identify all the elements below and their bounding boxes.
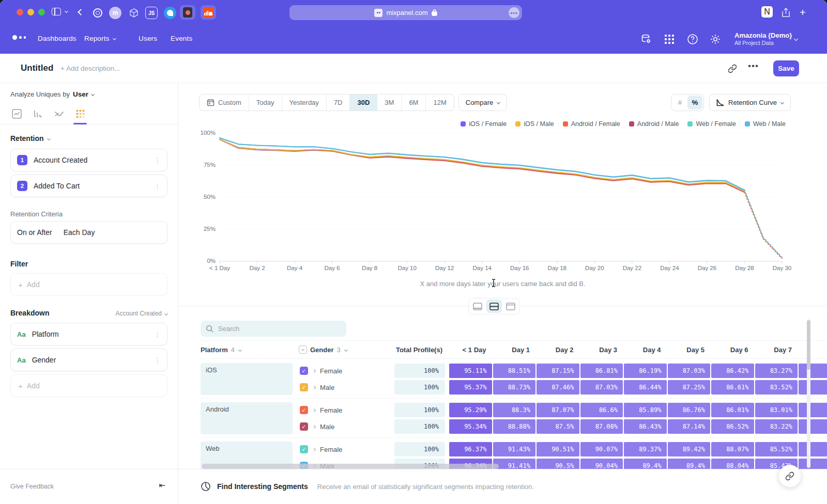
notion-extension-icon[interactable]: N [761, 6, 773, 18]
breakdown-platform[interactable]: Aa Platform ⋮ [10, 323, 167, 345]
nav-users[interactable]: Users [139, 35, 157, 42]
chart-type-dropdown[interactable]: Retention Curve [709, 94, 791, 111]
sidebar-toggle-icon[interactable] [52, 8, 61, 15]
range-option-3m[interactable]: 3M [377, 94, 401, 111]
extension-js-icon[interactable]: JS [145, 7, 158, 19]
new-tab-icon[interactable]: + [797, 6, 809, 19]
analyze-entity-dropdown[interactable]: User [73, 90, 94, 98]
legend-item[interactable]: iOS / Male [515, 120, 554, 128]
retention-section-header[interactable]: Retention [10, 134, 50, 143]
add-filter-button[interactable]: +Add [10, 273, 167, 296]
page-actions-icon[interactable]: ••• [509, 7, 519, 18]
series-checkbox[interactable]: ✓ [300, 406, 308, 414]
breakdown-scope-dropdown[interactable]: Account Created [116, 310, 167, 317]
select-all-checkbox[interactable]: – [299, 345, 307, 354]
segments-title[interactable]: Find Interesting Segments [217, 482, 308, 491]
share-link-button[interactable] [778, 465, 801, 487]
breakdown-gender[interactable]: Aa Gender ⋮ [10, 349, 167, 371]
extension-m-avatar-icon[interactable]: m [109, 7, 121, 19]
range-option-today[interactable]: Today [249, 94, 282, 111]
data-management-icon[interactable] [640, 33, 652, 45]
collapse-sidebar-icon[interactable]: ⇤ [159, 481, 165, 490]
unit-absolute-option[interactable]: # [672, 96, 687, 109]
share-icon[interactable] [779, 6, 792, 19]
expand-row-icon[interactable] [312, 369, 316, 372]
legend-item[interactable]: iOS / Female [461, 120, 507, 128]
kebab-menu-icon[interactable]: ⋮ [154, 356, 161, 364]
expand-row-icon[interactable] [312, 424, 316, 428]
zoom-window-button[interactable] [38, 9, 45, 15]
retention-step-2[interactable]: 2 Added To Cart ⋮ [10, 175, 167, 197]
table-search-input[interactable]: Search [201, 321, 346, 337]
extension-cube-icon[interactable] [127, 6, 141, 20]
range-option-12m[interactable]: 12M [425, 94, 453, 111]
range-option-30d[interactable]: 30D [349, 94, 377, 111]
expand-row-icon[interactable] [312, 447, 316, 451]
unit-percent-option[interactable]: % [687, 96, 702, 109]
series-checkbox[interactable]: ✓ [300, 383, 308, 391]
nav-reports[interactable]: Reports [84, 35, 116, 42]
retention-criteria-card[interactable]: On or After Each Day [10, 221, 167, 244]
report-title[interactable]: Untitled [21, 63, 53, 73]
tab-retention-icon[interactable] [74, 107, 86, 120]
table-row[interactable]: ✓Female [299, 402, 394, 418]
series-checkbox[interactable]: ✓ [300, 422, 308, 431]
minimize-window-button[interactable] [27, 9, 34, 15]
table-row[interactable]: ✓Female [299, 442, 394, 457]
kebab-menu-icon[interactable]: ⋮ [154, 156, 161, 164]
apps-grid-icon[interactable] [663, 33, 676, 45]
extension-soundcloud-icon[interactable] [201, 5, 216, 20]
tab-funnels-icon[interactable] [32, 107, 44, 120]
view-split-icon[interactable] [486, 300, 502, 313]
legend-item[interactable]: Android / Male [629, 120, 679, 128]
retention-step-1[interactable]: 1 Account Created ⋮ [10, 149, 167, 171]
give-feedback-link[interactable]: Give Feedback [10, 483, 54, 490]
legend-item[interactable]: Web / Female [687, 120, 736, 128]
help-icon[interactable] [686, 33, 699, 45]
series-checkbox[interactable]: ✓ [300, 367, 308, 375]
account-switcher[interactable]: Amazonia {Demo} All Project Data [734, 32, 792, 47]
table-row[interactable]: ✓Female [299, 363, 394, 379]
save-button[interactable]: Save [773, 60, 799, 76]
retention-cell: 91.41% [493, 459, 536, 469]
tab-list-chevron-icon[interactable] [65, 9, 68, 13]
kebab-menu-icon[interactable]: ⋮ [154, 330, 161, 338]
expand-row-icon[interactable] [312, 385, 316, 389]
report-description-placeholder[interactable]: + Add description... [60, 65, 120, 72]
address-bar[interactable]: mixpanel.com ••• [289, 5, 522, 20]
criteria-mode[interactable]: On or After [17, 228, 52, 237]
range-option-custom[interactable]: Custom [200, 94, 249, 111]
mixpanel-logo-icon[interactable] [12, 35, 26, 40]
compare-button[interactable]: Compare [458, 94, 507, 111]
copy-link-icon[interactable] [728, 64, 737, 73]
legend-item[interactable]: Android / Female [563, 120, 620, 128]
tab-flows-icon[interactable] [53, 107, 65, 120]
expand-row-icon[interactable] [312, 408, 316, 412]
extension-target-icon[interactable] [91, 6, 104, 20]
kebab-menu-icon[interactable]: ⋮ [154, 182, 161, 190]
range-option-7d[interactable]: 7D [326, 94, 350, 111]
column-header-platform[interactable]: Platform4 [201, 346, 299, 354]
table-row[interactable]: ✓Male [299, 380, 394, 395]
column-header-gender[interactable]: –Gender3 [299, 345, 394, 354]
close-window-button[interactable] [17, 9, 23, 15]
range-option-6m[interactable]: 6M [401, 94, 425, 111]
more-options-icon[interactable]: ••• [748, 61, 759, 71]
tab-insights-icon[interactable] [10, 107, 23, 120]
back-icon[interactable] [78, 9, 84, 15]
horizontal-scrollbar[interactable] [202, 464, 499, 469]
view-chart-only-icon[interactable] [470, 300, 485, 313]
extension-bird-icon[interactable] [164, 7, 176, 19]
add-breakdown-button[interactable]: +Add [10, 374, 167, 397]
legend-item[interactable]: Web / Male [745, 120, 786, 128]
series-checkbox[interactable]: ✓ [300, 445, 308, 453]
nav-events[interactable]: Events [171, 35, 192, 42]
view-table-only-icon[interactable] [503, 300, 518, 313]
criteria-interval[interactable]: Each Day [64, 228, 95, 237]
nav-dashboards[interactable]: Dashboards [38, 35, 76, 42]
extension-reader-icon[interactable] [180, 5, 195, 20]
range-option-yesterday[interactable]: Yesterday [282, 94, 326, 111]
table-row[interactable]: ✓Male [299, 419, 394, 434]
vertical-scrollbar[interactable] [807, 319, 810, 468]
settings-gear-icon[interactable] [709, 33, 722, 45]
